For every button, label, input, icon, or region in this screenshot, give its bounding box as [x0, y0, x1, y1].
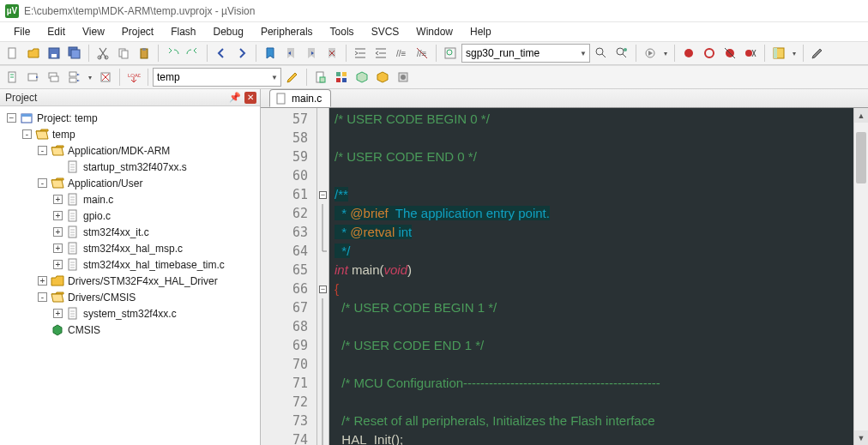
find-scope-button[interactable] — [441, 44, 460, 63]
nav-back-button[interactable] — [212, 44, 231, 63]
tree-toggle[interactable]: + — [53, 260, 63, 269]
project-panel-header: Project 📌 ✕ — [0, 89, 260, 106]
tree-toggle[interactable]: - — [38, 178, 47, 188]
tree-toggle[interactable]: + — [53, 309, 63, 318]
indent-button[interactable] — [351, 44, 370, 63]
window-layout-dropdown[interactable]: ▾ — [790, 44, 799, 63]
manage-components-button[interactable] — [332, 68, 351, 87]
menu-peripherals[interactable]: Peripherals — [252, 24, 322, 39]
menu-tools[interactable]: Tools — [322, 24, 363, 39]
translate-button[interactable] — [3, 68, 22, 87]
menu-window[interactable]: Window — [407, 24, 461, 39]
save-all-button[interactable] — [65, 44, 84, 63]
menu-edit[interactable]: Edit — [39, 24, 74, 39]
manage-mpe-button[interactable] — [394, 68, 413, 87]
editor-tab-main-c[interactable]: main.c — [269, 89, 331, 107]
stop-build-button[interactable] — [96, 68, 115, 87]
batch-build-dropdown[interactable]: ▾ — [86, 68, 94, 87]
tree-item[interactable]: +Drivers/STM32F4xx_HAL_Driver — [2, 273, 258, 289]
tree-toggle[interactable]: - — [22, 129, 32, 139]
c-file-icon — [66, 258, 80, 272]
tree-item[interactable]: +stm32f4xx_hal_msp.c — [2, 240, 258, 256]
tree-item[interactable]: -Drivers/CMSIS — [2, 289, 258, 305]
window-layout-button[interactable] — [769, 44, 788, 63]
tree-item[interactable]: +main.c — [2, 191, 258, 207]
tree-toggle[interactable]: + — [53, 211, 63, 220]
bookmark-toggle-button[interactable] — [261, 44, 280, 63]
tree-toggle[interactable]: − — [7, 113, 16, 123]
tree-toggle[interactable]: + — [53, 227, 63, 237]
scroll-thumb[interactable] — [856, 132, 866, 183]
select-packs-button[interactable] — [353, 68, 371, 87]
breakpoint-disable-button[interactable] — [720, 44, 739, 63]
download-button[interactable]: LOAD — [124, 68, 143, 87]
menu-help[interactable]: Help — [461, 24, 500, 39]
comment-button[interactable]: //≡ — [392, 44, 411, 63]
code-content[interactable]: /* USER CODE BEGIN 0 *//* USER CODE END … — [329, 108, 868, 445]
close-icon[interactable]: ✕ — [244, 92, 256, 104]
tree-toggle[interactable]: - — [38, 146, 47, 155]
tree-item[interactable]: +stm32f4xx_it.c — [2, 224, 258, 240]
breakpoint-kill-button[interactable] — [741, 44, 760, 63]
bookmark-clear-button[interactable] — [322, 44, 341, 63]
tree-item[interactable]: startup_stm32f407xx.s — [2, 159, 258, 175]
bookmark-prev-button[interactable] — [281, 44, 300, 63]
target-select-combo[interactable]: temp ▼ — [153, 68, 281, 87]
find-combo[interactable]: sgp30_run_time ▼ — [461, 44, 590, 63]
menu-view[interactable]: View — [74, 24, 113, 39]
tree-item[interactable]: +gpio.c — [2, 207, 258, 224]
file-ext-button[interactable] — [311, 68, 330, 87]
copy-button[interactable] — [114, 44, 133, 63]
menu-project[interactable]: Project — [113, 24, 162, 39]
project-root[interactable]: − Project: temp — [2, 110, 258, 126]
project-tree[interactable]: − Project: temp -temp-Application/MDK-AR… — [0, 106, 260, 445]
tree-toggle[interactable]: + — [53, 244, 63, 253]
batch-build-button[interactable] — [65, 68, 84, 87]
folder-open-icon — [51, 144, 64, 158]
debug-dropdown[interactable]: ▾ — [661, 44, 670, 63]
tree-item[interactable]: CMSIS — [2, 322, 258, 338]
tree-item[interactable]: -temp — [2, 126, 258, 142]
new-file-button[interactable] — [3, 44, 22, 63]
menu-file[interactable]: File — [5, 24, 39, 39]
fold-strip[interactable]: −− — [317, 108, 329, 445]
tree-toggle[interactable]: + — [38, 276, 47, 286]
redo-button[interactable] — [184, 44, 202, 63]
build-target-button[interactable] — [24, 68, 43, 87]
vertical-scrollbar[interactable]: ▲ ▼ — [853, 108, 868, 445]
tree-item[interactable]: +stm32f4xx_hal_timebase_tim.c — [2, 256, 258, 273]
breakpoint-insert-button[interactable] — [679, 44, 698, 63]
scroll-down-button[interactable]: ▼ — [854, 430, 868, 445]
code-editor[interactable]: 575859606162636465666768697071727374 −− … — [261, 108, 868, 445]
target-options-button[interactable] — [283, 68, 302, 87]
pack-installer-button[interactable] — [373, 68, 392, 87]
nav-forward-button[interactable] — [232, 44, 251, 63]
uncomment-button[interactable]: //≡ — [413, 44, 431, 63]
bookmark-next-button[interactable] — [302, 44, 321, 63]
menu-debug[interactable]: Debug — [205, 24, 252, 39]
tree-item[interactable]: -Application/User — [2, 175, 258, 191]
rebuild-button[interactable] — [45, 68, 63, 87]
pin-icon[interactable]: 📌 — [229, 92, 241, 103]
tree-label: stm32f4xx_hal_timebase_tim.c — [83, 259, 225, 271]
svg-rect-50 — [277, 93, 285, 104]
open-file-button[interactable] — [24, 44, 43, 63]
cut-button[interactable] — [93, 44, 112, 63]
scroll-up-button[interactable]: ▲ — [854, 108, 868, 123]
paste-button[interactable] — [135, 44, 154, 63]
menu-flash[interactable]: Flash — [162, 24, 204, 39]
find-in-files-button[interactable] — [592, 44, 611, 63]
incremental-find-button[interactable] — [612, 44, 631, 63]
save-button[interactable] — [45, 44, 63, 63]
undo-button[interactable] — [163, 44, 182, 63]
tree-toggle[interactable]: - — [38, 292, 47, 302]
configure-button[interactable] — [808, 44, 827, 63]
breakpoint-enable-button[interactable] — [700, 44, 719, 63]
tree-item[interactable]: +system_stm32f4xx.c — [2, 305, 258, 322]
debug-start-button[interactable] — [641, 44, 660, 63]
svg-point-20 — [705, 49, 714, 57]
menu-svcs[interactable]: SVCS — [363, 24, 408, 39]
outdent-button[interactable] — [371, 44, 390, 63]
tree-item[interactable]: -Application/MDK-ARM — [2, 142, 258, 159]
tree-toggle[interactable]: + — [53, 195, 63, 204]
